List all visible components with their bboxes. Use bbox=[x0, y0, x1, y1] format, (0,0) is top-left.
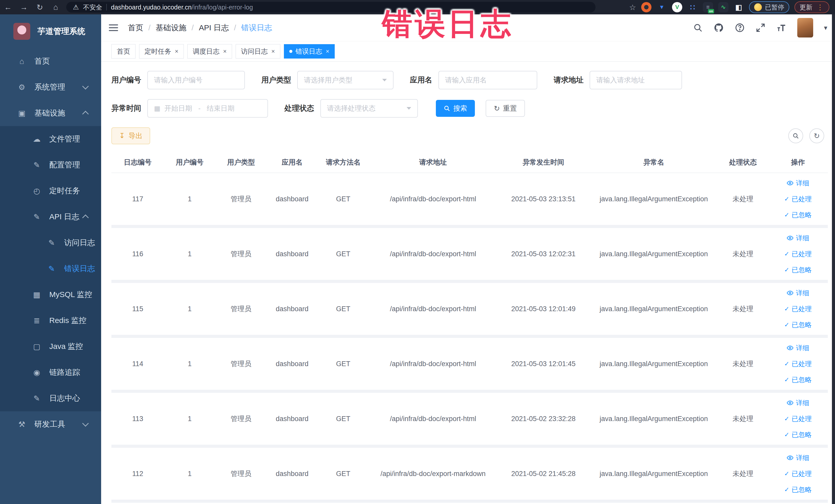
home-icon[interactable]: ⌂ bbox=[48, 3, 64, 12]
cell-url: /api/infra/db-doc/export-html bbox=[369, 173, 497, 225]
sidebar-item-错误日志[interactable]: ✎错误日志 bbox=[0, 256, 101, 282]
sidebar-item-首页[interactable]: ⌂首页 bbox=[0, 48, 101, 74]
cell-user_id: 1 bbox=[164, 393, 216, 445]
close-icon[interactable]: × bbox=[271, 48, 275, 55]
back-icon[interactable]: ← bbox=[0, 3, 16, 12]
font-size-icon[interactable] bbox=[776, 23, 787, 33]
close-icon[interactable]: × bbox=[223, 48, 227, 55]
fullscreen-icon[interactable] bbox=[756, 23, 766, 33]
request-url-input[interactable]: 请输入请求地址 bbox=[590, 71, 682, 89]
cell-user_id: 1 bbox=[164, 228, 216, 280]
action-ignored[interactable]: ✓已忽略 bbox=[784, 207, 812, 222]
github-icon[interactable] bbox=[714, 23, 724, 33]
logo-row[interactable]: 芋道管理系统 bbox=[0, 14, 101, 48]
action-detail[interactable]: 详细 bbox=[787, 396, 809, 410]
action-processed[interactable]: ✓已处理 bbox=[784, 301, 812, 316]
process-status-select[interactable]: 请选择处理状态 bbox=[320, 99, 418, 118]
close-icon[interactable]: × bbox=[175, 48, 178, 55]
chevron-down-icon[interactable]: ▾ bbox=[824, 24, 827, 32]
tab-定时任务[interactable]: 定时任务× bbox=[139, 44, 184, 59]
breadcrumb-item[interactable]: API 日志 bbox=[199, 23, 229, 33]
breadcrumb-item[interactable]: 基础设施 bbox=[156, 23, 186, 33]
tab-错误日志[interactable]: 错误日志× bbox=[284, 44, 335, 59]
action-ignored[interactable]: ✓已忽略 bbox=[784, 372, 812, 387]
sidebar-item-链路追踪[interactable]: ◉链路追踪 bbox=[0, 360, 101, 385]
action-processed[interactable]: ✓已处理 bbox=[784, 246, 812, 261]
action-detail[interactable]: 详细 bbox=[787, 285, 809, 300]
toggle-search-button[interactable] bbox=[788, 128, 803, 143]
kebab-menu-icon[interactable]: ⋮ bbox=[816, 3, 824, 12]
action-detail[interactable]: 详细 bbox=[787, 340, 809, 355]
check-icon: ✓ bbox=[784, 486, 789, 493]
url-host: dashboard.yudao.iocoder.cn bbox=[111, 4, 191, 11]
tab-调度日志[interactable]: 调度日志× bbox=[187, 44, 232, 59]
forward-icon[interactable]: → bbox=[16, 3, 32, 12]
action-ignored[interactable]: ✓已忽略 bbox=[784, 262, 812, 277]
breadcrumb: 首页/基础设施/API 日志/错误日志 bbox=[128, 23, 272, 33]
window-scrollbar[interactable] bbox=[832, 14, 835, 504]
extension-orange-icon[interactable] bbox=[641, 2, 651, 12]
sidebar-item-MySQL 监控[interactable]: ▦MySQL 监控 bbox=[0, 282, 101, 308]
app-name-input[interactable]: 请输入应用名 bbox=[439, 71, 537, 89]
bookmark-star-icon[interactable]: ☆ bbox=[629, 3, 636, 12]
hamburger-icon[interactable] bbox=[109, 24, 118, 31]
row-separator bbox=[111, 280, 828, 283]
extension-on-badge-icon[interactable]: ≡on bbox=[703, 2, 713, 12]
sidebar-item-API 日志[interactable]: ✎API 日志 bbox=[0, 204, 101, 230]
help-icon[interactable] bbox=[735, 23, 745, 33]
action-processed[interactable]: ✓已处理 bbox=[784, 411, 812, 426]
close-icon[interactable]: × bbox=[326, 48, 329, 55]
action-detail[interactable]: 详细 bbox=[787, 230, 809, 245]
date-range-picker[interactable]: ▦ 开始日期 - 结束日期 bbox=[147, 99, 268, 118]
sidebar-item-Redis 监控[interactable]: ≣Redis 监控 bbox=[0, 308, 101, 334]
extension-grid-icon[interactable]: ∷ bbox=[687, 2, 698, 12]
sidebar-item-系统管理[interactable]: ⚙系统管理 bbox=[0, 74, 101, 100]
extension-blue-drop-icon[interactable]: ▼ bbox=[657, 2, 667, 12]
search-icon[interactable] bbox=[693, 23, 703, 33]
user-id-input[interactable]: 请输入用户编号 bbox=[147, 71, 245, 89]
paused-profile-chip[interactable]: 已暂停 bbox=[749, 1, 789, 13]
sidebar-item-文件管理[interactable]: ☁文件管理 bbox=[0, 126, 101, 152]
action-processed[interactable]: ✓已处理 bbox=[784, 191, 812, 206]
action-detail[interactable]: 详细 bbox=[787, 176, 809, 190]
sidebar-item-配置管理[interactable]: ✎配置管理 bbox=[0, 152, 101, 178]
action-ignored[interactable]: ✓已忽略 bbox=[784, 317, 812, 332]
tab-首页[interactable]: 首页 bbox=[111, 44, 136, 59]
tab-访问日志[interactable]: 访问日志× bbox=[236, 44, 280, 59]
cell-time: 2021-05-03 12:02:31 bbox=[497, 228, 590, 280]
log-center-icon: ✎ bbox=[31, 394, 43, 403]
action-ignored[interactable]: ✓已忽略 bbox=[784, 427, 812, 442]
extension-green-v-icon[interactable]: V bbox=[672, 2, 682, 12]
export-button[interactable]: ↧ 导出 bbox=[111, 127, 150, 144]
action-detail[interactable]: 详细 bbox=[787, 450, 809, 465]
action-ignored[interactable]: ✓已忽略 bbox=[784, 482, 812, 497]
address-bar[interactable]: ⚠ 不安全 dashboard.yudao.iocoder.cn/infra/l… bbox=[66, 2, 595, 13]
reset-button[interactable]: ↻ 重置 bbox=[486, 100, 525, 117]
tab-label: 错误日志 bbox=[296, 47, 322, 56]
sidebar-item-基础设施[interactable]: ▣基础设施 bbox=[0, 100, 101, 126]
breadcrumb-item[interactable]: 首页 bbox=[128, 23, 143, 33]
sidebar-item-研发工具[interactable]: ⚒研发工具 bbox=[0, 411, 101, 437]
sidebar: 芋道管理系统 ⌂首页⚙系统管理▣基础设施☁文件管理✎配置管理◴定时任务✎API … bbox=[0, 14, 101, 504]
extensions-puzzle-icon[interactable]: ◧ bbox=[734, 2, 744, 12]
cell-user_id: 1 bbox=[164, 283, 216, 335]
user-avatar[interactable] bbox=[797, 18, 813, 38]
cell-exception: java.lang.IllegalArgumentException bbox=[590, 173, 718, 225]
search-button[interactable]: 搜索 bbox=[436, 100, 475, 117]
extension-sprout-icon[interactable]: ∿ bbox=[718, 2, 729, 12]
table-row: 1171管理员dashboardGET/api/infra/db-doc/exp… bbox=[111, 173, 828, 225]
update-button[interactable]: 更新 ⋮ bbox=[794, 1, 829, 13]
reload-icon[interactable]: ↻ bbox=[32, 3, 48, 12]
cell-actions: 详细✓已处理✓已忽略 bbox=[768, 283, 828, 335]
sidebar-item-访问日志[interactable]: ✎访问日志 bbox=[0, 230, 101, 256]
action-processed[interactable]: ✓已处理 bbox=[784, 466, 812, 481]
table-row: 1151管理员dashboardGET/api/infra/db-doc/exp… bbox=[111, 283, 828, 335]
row-separator bbox=[111, 335, 828, 338]
refresh-table-button[interactable]: ↻ bbox=[809, 128, 824, 143]
user-type-select[interactable]: 请选择用户类型 bbox=[297, 71, 393, 89]
action-processed[interactable]: ✓已处理 bbox=[784, 356, 812, 371]
column-header-请求方法名: 请求方法名 bbox=[318, 152, 369, 173]
sidebar-item-Java 监控[interactable]: ▢Java 监控 bbox=[0, 334, 101, 360]
sidebar-item-日志中心[interactable]: ✎日志中心 bbox=[0, 385, 101, 411]
sidebar-item-定时任务[interactable]: ◴定时任务 bbox=[0, 178, 101, 204]
